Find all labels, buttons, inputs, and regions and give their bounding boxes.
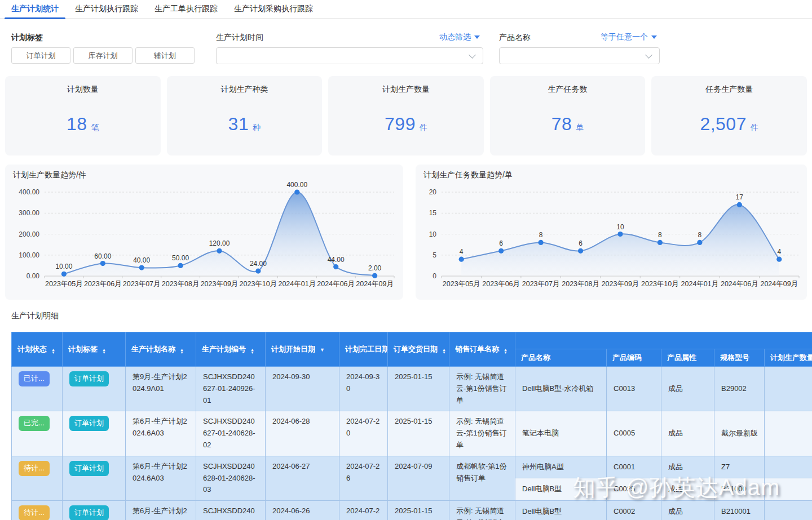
col-header-plan-start-date[interactable]: 计划开始日期▼	[266, 332, 339, 367]
col-header-plan-tag[interactable]: 计划标签▲▼	[63, 332, 126, 367]
stat-card-row: 计划数量 18笔 计划生产种类 31种 计划生产数量 799件 生产任务数 78…	[5, 76, 807, 155]
svg-text:2024年06月: 2024年06月	[317, 280, 355, 288]
col-header-product-name: 产品名称	[515, 349, 607, 367]
stat-value: 799	[385, 114, 416, 135]
svg-text:10: 10	[429, 230, 437, 238]
order-plan-button[interactable]: 订单计划	[11, 47, 70, 64]
cell-product-attr: 成品	[661, 367, 714, 411]
svg-text:2023年08月: 2023年08月	[562, 280, 599, 288]
quantity-trend-chart: 0.00100.00200.00300.00400.0010.0060.0040…	[5, 181, 403, 295]
cell-product-code: C0025	[607, 478, 661, 501]
stat-card-product-kinds: 计划生产种类 31种	[167, 76, 323, 155]
svg-text:2024年06月: 2024年06月	[721, 280, 758, 288]
cell-planned-qty	[765, 411, 812, 456]
cell-product-code: C0013	[607, 367, 661, 411]
tab-plan-purchase-tracking[interactable]: 生产计划采购执行跟踪	[234, 0, 313, 19]
chart-row: 计划生产数量趋势/件 0.00100.00200.00300.00400.001…	[5, 165, 807, 300]
aux-plan-button[interactable]: 辅计划	[135, 47, 195, 64]
stock-plan-button[interactable]: 库存计划	[73, 47, 133, 64]
svg-text:400.00: 400.00	[286, 181, 307, 189]
cell-spec-model: 戴尔最新版	[714, 411, 765, 456]
col-header-sales-order-name[interactable]: 销售订单名称▲▼	[449, 332, 515, 367]
tag-badge: 订单计划	[69, 505, 109, 520]
sort-desc-icon: ▼	[320, 347, 325, 353]
plan-detail-section: 生产计划明细 计划状态▲▼计划标签▲▼生产计划名称▲▼生产计划编号▲▼计划开始日…	[11, 311, 812, 520]
stat-value: 18	[67, 114, 87, 135]
equals-any-filter-text: 等于任意一个	[601, 32, 648, 41]
svg-text:4: 4	[777, 248, 781, 256]
svg-text:400.00: 400.00	[19, 188, 39, 196]
tag-badge: 订单计划	[69, 461, 109, 476]
cell-plan-code: SCJHXSDD240628-01-240628-03	[196, 456, 266, 500]
cell-product-attr: 成品	[661, 478, 714, 501]
tab-plan-execution-tracking[interactable]: 生产计划执行跟踪	[75, 0, 138, 19]
stat-title: 计划生产数量	[382, 85, 430, 95]
cell-sales-order-name: 示例: 无锡简道云-第1份销售订单	[449, 501, 515, 520]
dynamic-filter-text: 动态筛选	[439, 32, 471, 41]
svg-text:24.00: 24.00	[250, 260, 267, 268]
col-header-product-attr: 产品属性	[661, 349, 714, 367]
svg-text:2024年09月: 2024年09月	[760, 280, 798, 288]
col-header-plan-name[interactable]: 生产计划名称▲▼	[126, 332, 196, 367]
tab-work-order-tracking[interactable]: 生产工单执行跟踪	[155, 0, 218, 19]
stat-unit: 种	[253, 123, 261, 133]
cell-plan-name: 第6月-生产计划2024.6A03	[126, 456, 196, 500]
svg-text:100.00: 100.00	[19, 251, 39, 259]
col-header-order-delivery-date[interactable]: 订单交货日期▲▼	[388, 332, 449, 367]
cell-plan-start-date: 2024-06-26	[266, 501, 339, 520]
col-header-plan-code[interactable]: 生产计划编号▲▼	[196, 332, 266, 367]
sort-icon: ▲▼	[442, 348, 446, 354]
status-badge: 待计...	[19, 505, 50, 520]
svg-text:2023年09月: 2023年09月	[201, 280, 239, 288]
svg-text:2023年08月: 2023年08月	[162, 280, 200, 288]
chart-title: 计划生产任务数量趋势/单	[423, 170, 513, 180]
sort-icon: ▲▼	[504, 348, 508, 354]
svg-text:15: 15	[429, 209, 437, 217]
col-header-planned-qty: 计划生产数量	[765, 349, 812, 367]
cell-spec-model: B210001	[714, 501, 765, 520]
stat-title: 计划生产种类	[220, 85, 268, 95]
cell-plan-finish-date: 2024-07-26	[339, 501, 388, 520]
dynamic-filter-link[interactable]: 动态筛选	[216, 32, 480, 42]
cell-plan-tag: 订单计划	[63, 367, 126, 411]
cell-product-code: C0005	[607, 411, 661, 456]
svg-text:10: 10	[616, 223, 624, 231]
cell-product-name: Dell电脑B型-水冷机箱	[515, 367, 607, 411]
status-badge: 已计...	[19, 371, 50, 386]
task-trend-card: 计划生产任务数量趋势/单 05101520468610881742023年05月…	[416, 165, 807, 300]
table-row: 待计...订单计划第6月-生产计划2024.6A05SCJHXSDD240627…	[12, 501, 812, 520]
svg-text:8: 8	[539, 231, 543, 239]
plan-table-body: 已计...订单计划第9月-生产计划2024.9A01SCJHXSDD240627…	[12, 367, 812, 520]
cell-plan-status: 已完...	[12, 411, 63, 456]
svg-text:17: 17	[736, 193, 744, 201]
svg-text:2023年07月: 2023年07月	[123, 280, 161, 288]
cell-plan-code: SCJHXSDD240627-01-240926-01	[196, 367, 266, 411]
tab-plan-statistics[interactable]: 生产计划统计	[11, 0, 59, 19]
caret-down-icon	[474, 35, 480, 39]
cell-product-name: Dell电脑B型	[515, 478, 607, 501]
svg-text:20: 20	[429, 188, 437, 196]
product-name-select[interactable]	[499, 47, 660, 64]
svg-text:4: 4	[460, 248, 464, 256]
col-header-plan-status[interactable]: 计划状态▲▼	[12, 332, 63, 367]
status-badge: 待计...	[19, 461, 50, 476]
svg-text:0: 0	[433, 272, 436, 280]
cell-spec-model: Z7	[714, 456, 765, 478]
stat-value: 2,507	[700, 114, 747, 135]
svg-text:44.00: 44.00	[328, 256, 345, 264]
table-row: 已完...订单计划第6月-生产计划2024.6A03SCJHXSDD240627…	[12, 411, 812, 456]
svg-text:120.00: 120.00	[209, 239, 230, 247]
equals-any-filter-link[interactable]: 等于任意一个	[499, 32, 657, 42]
cell-plan-name: 第9月-生产计划2024.9A01	[126, 367, 196, 411]
product-group-header	[515, 332, 812, 349]
svg-text:60.00: 60.00	[94, 252, 111, 260]
table-title: 生产计划明细	[11, 311, 812, 321]
chevron-down-icon	[469, 51, 476, 59]
cell-product-name: Dell电脑B型	[515, 501, 607, 520]
cell-plan-finish-date: 2024-09-30	[339, 367, 388, 411]
cell-plan-start-date: 2024-06-27	[266, 456, 339, 500]
cell-plan-name: 第6月-生产计划2024.6A05	[126, 501, 196, 520]
plan-time-select[interactable]	[216, 47, 483, 64]
sort-icon: ▲▼	[250, 348, 254, 354]
col-header-plan-finish-date[interactable]: 计划完工日期▲▼	[339, 332, 388, 367]
